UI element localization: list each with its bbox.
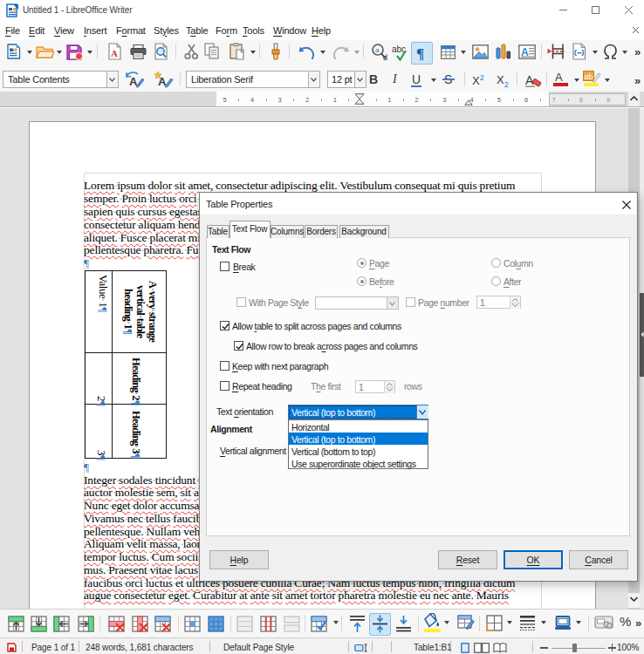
- svg-text:A: A: [111, 48, 118, 58]
- svg-text:A: A: [525, 73, 534, 87]
- svg-text:d: d: [383, 53, 387, 61]
- svg-text:ab: ab: [585, 72, 593, 81]
- svg-text:a: a: [375, 46, 380, 54]
